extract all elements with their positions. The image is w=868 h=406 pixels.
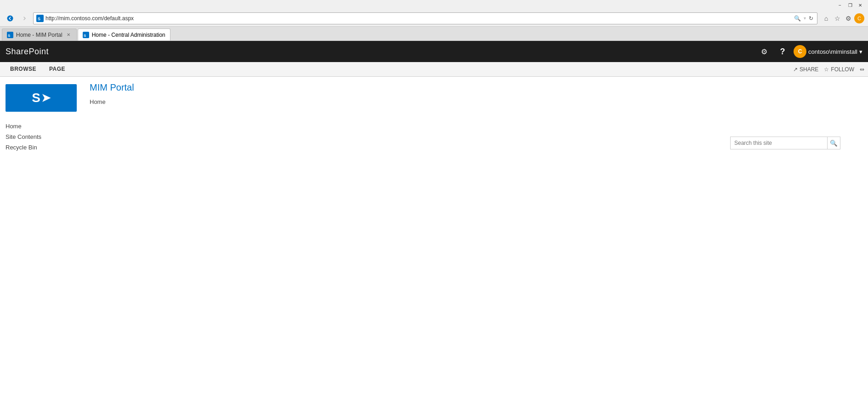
tab-label-1: Home - MIM Portal <box>16 32 62 38</box>
sync-icon: ⇔ <box>860 66 864 73</box>
share-action[interactable]: ↗ SHARE <box>793 66 818 73</box>
tab-page[interactable]: PAGE <box>43 62 72 77</box>
tab-close-1[interactable]: ✕ <box>65 32 72 38</box>
sync-action[interactable]: ⇔ <box>860 66 864 73</box>
search-icon: 🔍 <box>830 140 838 147</box>
sharepoint-topbar: SharePoint ⚙ ? C contoso\miminstall ▾ <box>0 41 868 62</box>
user-menu[interactable]: C contoso\miminstall ▾ <box>794 45 862 58</box>
site-logo-box: S ➤ <box>6 84 77 112</box>
address-bar: S http://mim.contoso.com/default.aspx 🔍 … <box>33 12 817 24</box>
follow-label: FOLLOW <box>831 66 854 73</box>
search-area: 🔍 <box>730 137 840 149</box>
site-title-link[interactable]: MIM Portal <box>90 82 134 92</box>
share-label: SHARE <box>800 66 818 73</box>
restore-button[interactable]: ❐ <box>846 1 854 9</box>
svg-text:S: S <box>38 17 40 21</box>
ribbon-right: ↗ SHARE ☆ FOLLOW ⇔ <box>793 66 864 73</box>
minimize-button[interactable]: − <box>836 1 844 9</box>
svg-point-0 <box>7 15 13 21</box>
nav-link-recycle-bin[interactable]: Recycle Bin <box>6 142 75 153</box>
sp-arrow-icon: ➤ <box>41 91 51 104</box>
breadcrumb-area: Home <box>90 98 859 105</box>
username-label: contoso\miminstall <box>808 48 857 55</box>
svg-text:S: S <box>8 34 11 37</box>
main-content: MIM Portal Home <box>80 77 868 406</box>
tabs-bar: S Home - MIM Portal ✕ S Home - Central A… <box>0 27 868 40</box>
nav-link-home[interactable]: Home <box>6 121 75 132</box>
help-icon-button[interactable]: ? <box>775 44 790 59</box>
topbar-right: ⚙ ? C contoso\miminstall ▾ <box>757 44 862 59</box>
tab-browse[interactable]: BROWSE <box>4 62 43 77</box>
site-logo-area: S ➤ <box>0 80 80 114</box>
back-button[interactable] <box>4 12 17 25</box>
home-icon-button[interactable]: ⌂ <box>821 13 831 23</box>
address-search-button[interactable]: 🔍 <box>793 15 802 22</box>
ribbon-tabs: BROWSE PAGE <box>4 62 72 77</box>
ribbon: BROWSE PAGE ↗ SHARE ☆ FOLLOW ⇔ <box>0 62 868 77</box>
forward-button[interactable] <box>18 12 31 25</box>
address-favicon: S <box>36 15 44 22</box>
follow-action[interactable]: ☆ FOLLOW <box>824 66 854 73</box>
tab-favicon-1: S <box>7 32 13 38</box>
settings-icon-button[interactable]: ⚙ <box>757 44 772 59</box>
close-button[interactable]: ✕ <box>856 1 864 9</box>
user-avatar: C <box>794 45 806 58</box>
favorites-star-icon[interactable]: ☆ <box>832 13 842 23</box>
nav-link-site-contents[interactable]: Site Contents <box>6 132 75 142</box>
follow-star-icon: ☆ <box>824 66 829 73</box>
search-box: 🔍 <box>730 137 840 149</box>
address-text[interactable]: http://mim.contoso.com/default.aspx <box>45 15 791 22</box>
svg-text:S: S <box>84 34 86 37</box>
tab-central-admin[interactable]: S Home - Central Administration <box>78 29 170 40</box>
share-icon: ↗ <box>793 66 798 73</box>
nav-bar: S http://mim.contoso.com/default.aspx 🔍 … <box>0 10 868 27</box>
search-button[interactable]: 🔍 <box>827 137 840 149</box>
nav-links: Home Site Contents Recycle Bin <box>0 114 80 153</box>
sp-site-icon: S ➤ <box>32 91 51 104</box>
sp-s-letter: S <box>32 91 40 104</box>
left-nav: S ➤ Home Site Contents Recycle Bin <box>0 77 80 406</box>
tab-label-2: Home - Central Administration <box>92 32 165 38</box>
nav-right-icons: ⌂ ☆ ⚙ C <box>821 13 864 23</box>
sharepoint-logo: SharePoint <box>6 47 49 57</box>
settings-gear-icon[interactable]: ⚙ <box>843 13 853 23</box>
tab-mim-portal[interactable]: S Home - MIM Portal ✕ <box>2 29 77 40</box>
breadcrumb-home: Home <box>90 98 106 105</box>
search-input[interactable] <box>731 140 827 146</box>
user-avatar-button[interactable]: C <box>854 13 864 23</box>
title-bar-buttons: − ❐ ✕ <box>836 1 864 9</box>
browser-chrome: − ❐ ✕ S http://mim.contoso.com/default.a… <box>0 0 868 41</box>
title-bar: − ❐ ✕ <box>0 0 868 10</box>
page-content: S ➤ Home Site Contents Recycle Bin MIM P… <box>0 77 868 406</box>
tab-favicon-2: S <box>83 32 89 38</box>
user-dropdown-icon: ▾ <box>859 48 862 55</box>
refresh-button[interactable]: ↻ <box>808 15 814 22</box>
